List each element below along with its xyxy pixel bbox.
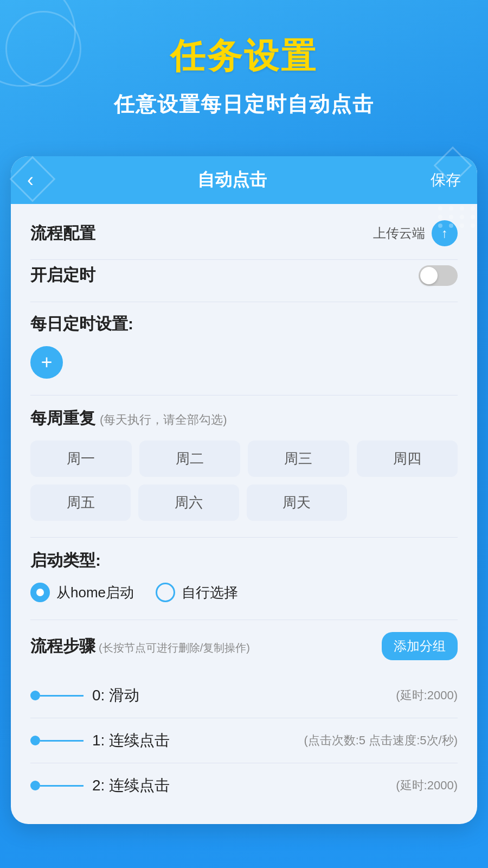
timer-toggle[interactable] [419,265,458,286]
flow-config-row: 流程配置 上传云端 ↑ [30,220,458,246]
divider-2 [30,302,458,302]
launch-home-label: 从home启动 [56,583,134,602]
upload-icon: ↑ [441,227,448,240]
steps-left: 流程步骤 (长按节点可进行删除/复制操作) [30,635,250,658]
weekday-sat[interactable]: 周六 [138,484,239,521]
upload-button[interactable]: ↑ [432,220,458,246]
step-item-2[interactable]: 2: 连续点击 (延时:2000) [30,763,458,808]
step-item-1[interactable]: 1: 连续点击 (点击次数:5 点击速度:5次/秒) [30,718,458,763]
step-content-0: 0: 滑动 (延时:2000) [92,685,458,706]
step-name-0: 0: 滑动 [92,685,139,706]
daily-timer-label: 每日定时设置: [30,313,458,335]
steps-header: 流程步骤 (长按节点可进行删除/复制操作) 添加分组 [30,632,458,660]
launch-custom-label: 自行选择 [182,583,238,602]
card-title: 自动点击 [197,168,267,192]
step-name-1: 1: 连续点击 [92,730,170,751]
weekdays-row2: 周五 周六 周天 [30,484,458,521]
upload-text: 上传云端 [373,225,425,242]
step-dot-1 [30,736,40,745]
sub-title: 任意设置每日定时自动点击 [16,91,472,118]
step-dot-line-2 [30,781,84,790]
weekday-tue[interactable]: 周二 [139,441,241,477]
card-header: ‹ 自动点击 保存 [11,156,477,204]
step-line-2 [40,785,84,787]
settings-card: ‹ 自动点击 保存 流程配置 上传云端 ↑ 开启定时 每日定时设置: + [11,156,477,824]
step-dot-2 [30,781,40,790]
weekly-repeat-hint: (每天执行，请全部勾选) [100,412,227,428]
launch-option-custom[interactable]: 自行选择 [156,583,238,602]
steps-hint: (长按节点可进行删除/复制操作) [99,641,250,655]
back-button[interactable]: ‹ [27,169,34,192]
radio-home[interactable] [30,583,50,602]
step-dot-0 [30,691,40,700]
weekday-wed[interactable]: 周三 [248,441,349,477]
timer-label: 开启定时 [30,264,95,286]
weekday-thu[interactable]: 周四 [357,441,458,477]
divider-1 [30,259,458,260]
step-line-1 [40,740,84,742]
step-dot-line-0 [30,691,84,700]
card-body: 流程配置 上传云端 ↑ 开启定时 每日定时设置: + 每周重复 (每天执 [11,204,477,824]
step-detail-0: (延时:2000) [396,687,458,704]
step-detail-1: (点击次数:5 点击速度:5次/秒) [304,732,458,749]
step-content-1: 1: 连续点击 (点击次数:5 点击速度:5次/秒) [92,730,458,751]
add-group-button[interactable]: 添加分组 [382,632,458,660]
weekly-repeat-header: 每周重复 (每天执行，请全部勾选) [30,407,458,430]
divider-5 [30,620,458,620]
main-title: 任务设置 [16,33,472,80]
step-line-0 [40,695,84,697]
weekday-fri[interactable]: 周五 [30,484,131,521]
save-button[interactable]: 保存 [431,170,461,190]
launch-type-label: 启动类型: [30,550,458,572]
step-content-2: 2: 连续点击 (延时:2000) [92,775,458,796]
launch-options: 从home启动 自行选择 [30,583,458,602]
step-detail-2: (延时:2000) [396,777,458,794]
weekday-sun[interactable]: 周天 [247,484,347,521]
radio-custom[interactable] [156,583,175,602]
weekly-repeat-label: 每周重复 [30,407,95,430]
flow-config-label: 流程配置 [30,222,95,245]
steps-label: 流程步骤 [30,635,95,658]
add-timer-button[interactable]: + [30,346,63,379]
step-item-0[interactable]: 0: 滑动 (延时:2000) [30,673,458,718]
header-area: 任务设置 任意设置每日定时自动点击 [0,0,488,135]
divider-3 [30,395,458,395]
step-dot-line-1 [30,736,84,745]
weekday-mon[interactable]: 周一 [30,441,132,477]
timer-toggle-row: 开启定时 [30,264,458,286]
launch-option-home[interactable]: 从home启动 [30,583,134,602]
divider-4 [30,537,458,538]
weekdays-row1: 周一 周二 周三 周四 [30,441,458,477]
step-name-2: 2: 连续点击 [92,775,170,796]
upload-area: 上传云端 ↑ [373,220,458,246]
